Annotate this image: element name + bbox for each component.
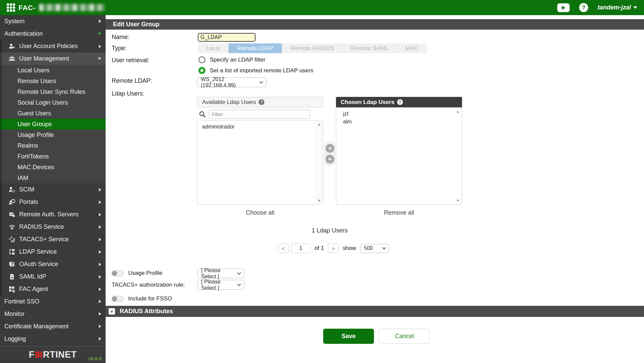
sidebar-item-remote-user-sync-rules[interactable]: Remote User Sync Rules (0, 86, 106, 97)
usage-profile-select[interactable]: [ Please Select ] (197, 268, 244, 278)
sidebar-item-scim[interactable]: SCIM (0, 183, 106, 196)
ldap-user-item[interactable]: alm (338, 118, 462, 125)
help-circle-icon[interactable]: ? (259, 99, 264, 105)
chevron-right-icon (99, 238, 101, 241)
ldap-user-item[interactable]: jzf (338, 110, 462, 118)
sidebar-item-mac-devices[interactable]: MAC Devices (0, 162, 106, 173)
sidebar-item-remote-users[interactable]: Remote Users (0, 76, 106, 86)
name-label: Name: (112, 33, 129, 41)
sidebar-item-fac-agent[interactable]: FAC Agent (0, 283, 106, 295)
sidebar-item-usage-profile[interactable]: Usage Profile (0, 130, 106, 140)
scrollbar[interactable]: ▲ ▼ (316, 121, 322, 204)
chevron-right-icon (99, 250, 101, 254)
next-page-button[interactable]: > (328, 244, 339, 253)
tab-mac[interactable]: MAC (397, 43, 427, 53)
user-menu-label: tandem-jzal (598, 4, 631, 11)
page-size-select[interactable]: 500 (360, 244, 389, 253)
save-button[interactable]: Save (323, 329, 374, 344)
scroll-up-icon[interactable]: ▲ (316, 122, 322, 126)
sidebar-item-portals[interactable]: Portals (0, 196, 106, 208)
youtube-icon[interactable] (557, 3, 570, 12)
product-name: FAC- (18, 4, 36, 12)
sidebar-item-system[interactable]: System (0, 15, 106, 28)
sidebar-item-realms[interactable]: Realms (0, 140, 106, 151)
help-icon[interactable]: ? (579, 3, 588, 12)
portals-icon (9, 199, 16, 206)
choose-all-link[interactable]: Choose all (197, 209, 323, 216)
sidebar-item-saml-idp[interactable]: SAML IdP (0, 270, 106, 283)
tab-local[interactable]: Local (198, 43, 229, 53)
sidebar-item-label: Certificate Management (4, 323, 69, 330)
sidebar-item-tacacs-service[interactable]: TACACS+ Service (0, 233, 106, 246)
expand-plus-icon[interactable]: + (109, 308, 115, 315)
tab-remote-saml[interactable]: Remote SAML (343, 43, 397, 53)
scroll-down-icon[interactable]: ▼ (455, 198, 461, 203)
fortinet-logo-o-icon (35, 352, 42, 358)
sidebar-item-guest-users[interactable]: Guest Users (0, 108, 106, 119)
fortinet-grid-icon (7, 3, 15, 12)
remote-ldap-select[interactable]: WS_2012 (192.168.4.89) (197, 77, 266, 87)
chevron-down-icon (98, 58, 101, 60)
sidebar-item-label: TACACS+ Service (19, 236, 69, 243)
sidebar: SystemAuthenticationUser Account Policie… (0, 15, 106, 363)
radio-imported-users[interactable]: Set a list of imported remote LDAP users (198, 67, 313, 74)
help-circle-icon[interactable]: ? (397, 99, 403, 105)
sidebar-item-ldap-service[interactable]: LDAP Service (0, 246, 106, 258)
remove-all-link[interactable]: Remove all (336, 209, 462, 216)
filter-input[interactable] (209, 110, 310, 119)
radio-ldap-filter[interactable]: Specify an LDAP filter (198, 56, 265, 63)
tab-remote-radius[interactable]: Remote RADIUS (282, 43, 342, 53)
chevron-right-icon (99, 263, 101, 266)
sidebar-item-logging[interactable]: Logging (0, 333, 106, 345)
prev-page-button[interactable]: < (278, 244, 289, 253)
radio-icon[interactable] (198, 56, 205, 63)
sidebar-item-remote-auth-servers[interactable]: Remote Auth. Servers (0, 208, 106, 221)
tab-remote-ldap[interactable]: Remote LDAP (229, 43, 282, 53)
sidebar-item-label: SAML IdP (19, 273, 46, 280)
sidebar-item-local-users[interactable]: Local Users (0, 65, 106, 76)
usage-profile-toggle[interactable] (111, 270, 124, 277)
sidebar-item-label: Authentication (4, 30, 43, 37)
sidebar-item-authentication[interactable]: Authentication (0, 28, 106, 40)
user-menu[interactable]: tandem-jzal (598, 4, 637, 11)
scroll-up-icon[interactable]: ▲ (455, 109, 461, 113)
sidebar-item-oauth-service[interactable]: OAuth Service (0, 258, 106, 270)
radio-selected-icon[interactable] (198, 67, 205, 74)
chevron-right-icon (99, 275, 101, 279)
sidebar-item-fortinet-sso[interactable]: Fortinet SSO (0, 295, 106, 308)
scroll-down-icon[interactable]: ▼ (316, 198, 322, 203)
sidebar-item-monitor[interactable]: Monitor (0, 308, 106, 320)
available-ldap-users-list[interactable]: administrador ▲ ▼ (197, 120, 323, 205)
move-left-icon[interactable] (326, 155, 334, 164)
chevron-right-icon (99, 188, 101, 191)
chosen-ldap-users-list[interactable]: jzfalm ▲ ▼ (336, 107, 462, 205)
sidebar-item-label: MAC Devices (17, 164, 54, 171)
radius-attributes-section[interactable]: + RADIUS Attributes (106, 306, 644, 317)
chevron-right-icon (99, 201, 101, 204)
scrollbar[interactable]: ▲ ▼ (455, 108, 461, 204)
chosen-ldap-users-title: Chosen Ldap Users (341, 99, 394, 106)
chevron-right-icon (99, 20, 101, 23)
sidebar-item-user-management[interactable]: User Management (0, 52, 106, 65)
sidebar-item-radius-service[interactable]: RADIUS Service (0, 221, 106, 233)
sidebar-item-label: Remote User Sync Rules (17, 88, 85, 96)
sidebar-item-iam[interactable]: IAM (0, 173, 106, 183)
sidebar-item-label: SCIM (19, 186, 34, 193)
name-input[interactable] (198, 33, 256, 42)
sidebar-item-label: Portals (19, 198, 38, 206)
sidebar-item-label: FortiTokens (17, 153, 49, 160)
sidebar-item-certificate-management[interactable]: Certificate Management (0, 320, 106, 333)
ldap-user-item[interactable]: administrador (197, 123, 323, 131)
page-number-input[interactable] (291, 244, 310, 253)
sidebar-item-user-groups[interactable]: User Groups (0, 119, 106, 130)
tacacs-rule-select[interactable]: [ Please Select ] (197, 280, 244, 290)
cancel-button[interactable]: Cancel (379, 329, 430, 344)
user-retrieval-label: User retrieval: (112, 57, 149, 64)
sidebar-item-social-login-users[interactable]: Social Login Users (0, 97, 106, 108)
move-right-icon[interactable] (326, 144, 334, 153)
sidebar-item-fortitokens[interactable]: FortiTokens (0, 151, 106, 162)
radius-service-icon (9, 224, 16, 230)
fsso-toggle[interactable] (111, 296, 124, 302)
chevron-right-icon (99, 312, 101, 316)
sidebar-item-user-account-policies[interactable]: User Account Policies (0, 40, 106, 52)
